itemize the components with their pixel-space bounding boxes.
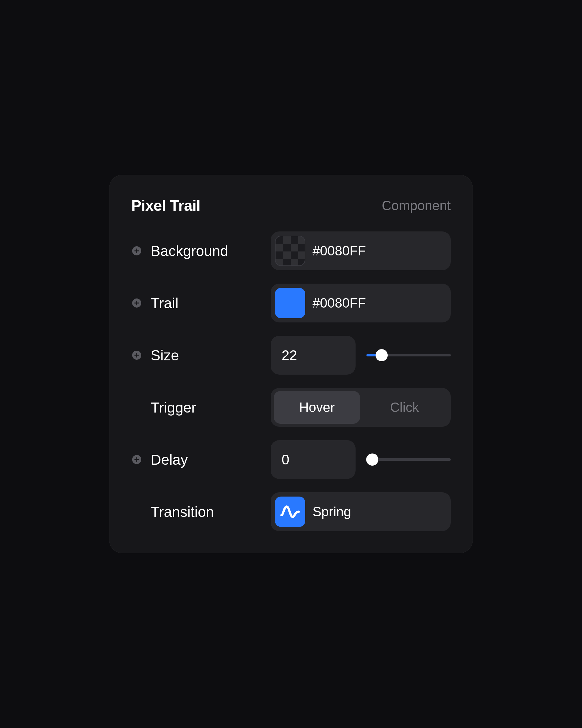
plus-circle-icon[interactable] xyxy=(131,245,142,256)
slider-thumb[interactable] xyxy=(366,453,378,466)
transition-select[interactable]: Spring xyxy=(271,492,451,531)
size-slider[interactable] xyxy=(366,349,451,361)
label-trail: Trail xyxy=(151,295,178,312)
row-trigger: Trigger Hover Click xyxy=(131,388,451,427)
trail-color-field[interactable]: #0080FF xyxy=(271,284,451,322)
transparent-swatch-icon[interactable] xyxy=(275,236,305,266)
label-delay: Delay xyxy=(151,451,188,468)
size-input[interactable]: 22 xyxy=(271,336,356,374)
segment-click[interactable]: Click xyxy=(361,391,448,424)
panel-title: Pixel Trail xyxy=(131,197,200,214)
plus-circle-icon[interactable] xyxy=(131,297,142,309)
label-background: Background xyxy=(151,243,228,259)
row-delay: Delay 0 xyxy=(131,440,451,479)
properties-panel: Pixel Trail Component Background #0080FF… xyxy=(109,175,473,553)
row-trail: Trail #0080FF xyxy=(131,284,451,322)
delay-slider[interactable] xyxy=(366,453,451,466)
trigger-segmented: Hover Click xyxy=(271,388,451,427)
label-size: Size xyxy=(151,347,179,364)
plus-circle-icon[interactable] xyxy=(131,350,142,361)
size-value: 22 xyxy=(282,347,297,363)
transition-value: Spring xyxy=(312,504,351,519)
row-background: Background #0080FF xyxy=(131,231,451,270)
plus-circle-icon[interactable] xyxy=(131,454,142,465)
panel-header: Pixel Trail Component xyxy=(131,197,451,214)
background-color-value: #0080FF xyxy=(312,243,366,258)
row-size: Size 22 xyxy=(131,336,451,374)
trail-color-value: #0080FF xyxy=(312,295,366,311)
slider-thumb[interactable] xyxy=(376,349,388,361)
panel-type: Component xyxy=(382,198,451,213)
spring-curve-icon xyxy=(275,497,305,527)
row-transition: Transition Spring xyxy=(131,492,451,531)
background-color-field[interactable]: #0080FF xyxy=(271,231,451,270)
delay-input[interactable]: 0 xyxy=(271,440,356,479)
label-transition: Transition xyxy=(151,503,214,520)
delay-value: 0 xyxy=(282,451,289,468)
label-trigger: Trigger xyxy=(151,399,196,416)
color-swatch-icon[interactable] xyxy=(275,288,305,318)
segment-hover[interactable]: Hover xyxy=(274,391,360,424)
